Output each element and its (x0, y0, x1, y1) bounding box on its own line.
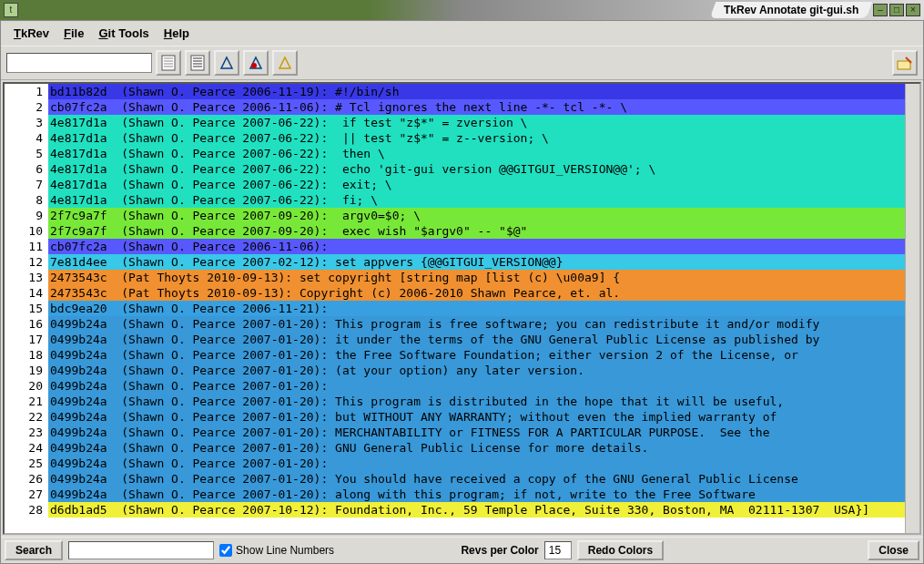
statusbar: Search Show Line Numbers Revs per Color … (1, 537, 923, 563)
show-line-numbers-input[interactable] (219, 544, 232, 557)
line-content: 4e817d1a (Shawn O. Pearce 2007-06-22): t… (48, 146, 919, 161)
minimize-button[interactable]: – (873, 4, 888, 16)
code-line[interactable]: 250499b24a (Shawn O. Pearce 2007-01-20): (5, 456, 919, 471)
code-line[interactable]: 15bdc9ea20 (Shawn O. Pearce 2006-11-21): (5, 301, 919, 316)
code-line[interactable]: 102f7c9a7f (Shawn O. Pearce 2007-09-20):… (5, 223, 919, 239)
code-line[interactable]: 92f7c9a7f (Shawn O. Pearce 2007-09-20): … (5, 208, 919, 223)
code-line[interactable]: 160499b24a (Shawn O. Pearce 2007-01-20):… (5, 316, 919, 332)
line-content: 4e817d1a (Shawn O. Pearce 2007-06-22): e… (48, 177, 919, 192)
line-content: 4e817d1a (Shawn O. Pearce 2007-06-22): f… (48, 192, 919, 208)
line-number: 22 (5, 409, 48, 425)
show-line-numbers-label: Show Line Numbers (236, 544, 334, 557)
filter-button-2[interactable] (243, 50, 269, 76)
line-number: 12 (5, 254, 48, 270)
search-input[interactable] (68, 541, 214, 559)
line-content: 2f7c9a7f (Shawn O. Pearce 2007-09-20): e… (48, 223, 919, 239)
code-line[interactable]: 220499b24a (Shawn O. Pearce 2007-01-20):… (5, 409, 919, 425)
code-line[interactable]: 230499b24a (Shawn O. Pearce 2007-01-20):… (5, 425, 919, 440)
show-line-numbers-checkbox[interactable]: Show Line Numbers (219, 544, 334, 557)
code-line[interactable]: 11cb07fc2a (Shawn O. Pearce 2006-11-06): (5, 239, 919, 254)
app-icon: t (4, 3, 18, 17)
toolbar (1, 46, 923, 80)
goto-input[interactable] (6, 53, 152, 73)
code-line[interactable]: 132473543c (Pat Thoyts 2010-09-13): set … (5, 270, 919, 285)
line-number: 13 (5, 270, 48, 285)
line-content: bdc9ea20 (Shawn O. Pearce 2006-11-21): (48, 301, 919, 316)
filter-button-3[interactable] (272, 50, 298, 76)
line-number: 16 (5, 316, 48, 332)
code-line[interactable]: 270499b24a (Shawn O. Pearce 2007-01-20):… (5, 487, 919, 502)
line-content: 4e817d1a (Shawn O. Pearce 2007-06-22): i… (48, 115, 919, 130)
code-line[interactable]: 1bd11b82d (Shawn O. Pearce 2006-11-19): … (5, 84, 919, 99)
line-content: 4e817d1a (Shawn O. Pearce 2007-06-22): e… (48, 161, 919, 177)
line-content: cb07fc2a (Shawn O. Pearce 2006-11-06): (48, 239, 919, 254)
line-number: 26 (5, 471, 48, 487)
svg-rect-5 (191, 56, 204, 70)
code-line[interactable]: 84e817d1a (Shawn O. Pearce 2007-06-22): … (5, 192, 919, 208)
menu-gittools[interactable]: Git Tools (93, 25, 154, 42)
code-line[interactable]: 74e817d1a (Shawn O. Pearce 2007-06-22): … (5, 177, 919, 192)
menu-help[interactable]: Help (158, 25, 195, 42)
line-number: 11 (5, 239, 48, 254)
line-number: 4 (5, 130, 48, 146)
menu-file[interactable]: File (58, 25, 89, 42)
code-line[interactable]: 142473543c (Pat Thoyts 2010-09-13): Copy… (5, 285, 919, 301)
code-line[interactable]: 170499b24a (Shawn O. Pearce 2007-01-20):… (5, 332, 919, 347)
line-content: 0499b24a (Shawn O. Pearce 2007-01-20): b… (48, 409, 919, 425)
close-button[interactable]: Close (868, 540, 919, 560)
code-line[interactable]: 54e817d1a (Shawn O. Pearce 2007-06-22): … (5, 146, 919, 161)
line-number: 25 (5, 456, 48, 471)
line-number: 19 (5, 363, 48, 378)
line-number: 17 (5, 332, 48, 347)
edit-button[interactable] (892, 50, 918, 76)
line-number: 27 (5, 487, 48, 502)
line-content: 7e81d4ee (Shawn O. Pearce 2007-02-12): s… (48, 254, 919, 270)
menu-tkrev[interactable]: TkRev (8, 25, 55, 42)
code-line[interactable]: 190499b24a (Shawn O. Pearce 2007-01-20):… (5, 363, 919, 378)
menubar: TkRev File Git Tools Help (1, 21, 923, 46)
code-line[interactable]: 260499b24a (Shawn O. Pearce 2007-01-20):… (5, 471, 919, 487)
code-line[interactable]: 180499b24a (Shawn O. Pearce 2007-01-20):… (5, 347, 919, 363)
page-icon (161, 55, 176, 71)
line-content: 0499b24a (Shawn O. Pearce 2007-01-20): (48, 456, 919, 471)
line-number: 1 (5, 84, 48, 99)
line-number: 20 (5, 378, 48, 394)
close-window-button[interactable]: × (906, 4, 920, 16)
line-number: 7 (5, 177, 48, 192)
line-number: 24 (5, 440, 48, 456)
code-line[interactable]: 240499b24a (Shawn O. Pearce 2007-01-20):… (5, 440, 919, 456)
line-number: 10 (5, 223, 48, 239)
line-content: 2473543c (Pat Thoyts 2010-09-13): Copyri… (48, 285, 919, 301)
redo-colors-button[interactable]: Redo Colors (577, 540, 664, 560)
line-content: 0499b24a (Shawn O. Pearce 2007-01-20): i… (48, 332, 919, 347)
code-line[interactable]: 200499b24a (Shawn O. Pearce 2007-01-20): (5, 378, 919, 394)
revs-per-color-label: Revs per Color (461, 544, 538, 557)
line-content: 0499b24a (Shawn O. Pearce 2007-01-20): (… (48, 363, 919, 378)
line-number: 18 (5, 347, 48, 363)
search-button[interactable]: Search (5, 540, 63, 560)
maximize-button[interactable]: □ (889, 4, 904, 16)
line-number: 21 (5, 394, 48, 409)
line-content: cb07fc2a (Shawn O. Pearce 2006-11-06): #… (48, 99, 919, 115)
code-line[interactable]: 34e817d1a (Shawn O. Pearce 2007-06-22): … (5, 115, 919, 130)
filter-button-1[interactable] (214, 50, 239, 76)
code-line[interactable]: 44e817d1a (Shawn O. Pearce 2007-06-22): … (5, 130, 919, 146)
svg-marker-13 (279, 57, 290, 68)
view-plain-button[interactable] (156, 50, 181, 76)
line-content: 0499b24a (Shawn O. Pearce 2007-01-20): (48, 378, 919, 394)
code-line[interactable]: 28d6db1ad5 (Shawn O. Pearce 2007-10-12):… (5, 502, 919, 518)
line-number: 2 (5, 99, 48, 115)
line-content: d6db1ad5 (Shawn O. Pearce 2007-10-12): F… (48, 502, 919, 518)
code-line[interactable]: 2cb07fc2a (Shawn O. Pearce 2006-11-06): … (5, 99, 919, 115)
line-content: 0499b24a (Shawn O. Pearce 2007-01-20): M… (48, 425, 919, 440)
revs-per-color-input[interactable] (544, 541, 572, 559)
line-number: 9 (5, 208, 48, 223)
line-content: 4e817d1a (Shawn O. Pearce 2007-06-22): |… (48, 130, 919, 146)
code-line[interactable]: 64e817d1a (Shawn O. Pearce 2007-06-22): … (5, 161, 919, 177)
code-line[interactable]: 127e81d4ee (Shawn O. Pearce 2007-02-12):… (5, 254, 919, 270)
vertical-scrollbar[interactable] (905, 84, 919, 533)
triangle-icon (219, 56, 234, 70)
code-line[interactable]: 210499b24a (Shawn O. Pearce 2007-01-20):… (5, 394, 919, 409)
view-colored-button[interactable] (185, 50, 210, 76)
line-content: 0499b24a (Shawn O. Pearce 2007-01-20): T… (48, 394, 919, 409)
